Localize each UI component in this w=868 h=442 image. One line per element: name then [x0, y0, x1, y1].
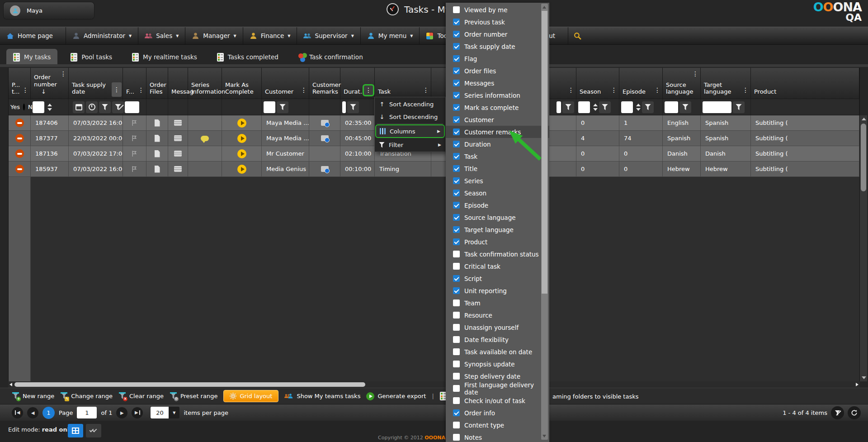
- scroll-left-icon[interactable]: [9, 383, 12, 386]
- column-header-task-supply-date[interactable]: Task supply date ⋮: [69, 68, 123, 99]
- column-toggle-item[interactable]: Content type: [446, 419, 549, 431]
- checkbox[interactable]: [453, 251, 460, 257]
- checkbox[interactable]: [453, 397, 460, 404]
- checkbox[interactable]: [453, 385, 460, 392]
- column-toggle-item[interactable]: Synopsis update: [446, 358, 549, 370]
- column-menu-icon[interactable]: ⋮: [422, 86, 430, 94]
- filter-button[interactable]: [679, 101, 691, 113]
- grid-view-button[interactable]: [68, 424, 83, 437]
- time-filter-button[interactable]: [86, 101, 98, 113]
- column-menu-icon[interactable]: ⋮: [653, 86, 661, 94]
- column-menu-icon[interactable]: ⋮: [59, 70, 67, 78]
- duration-filter-input[interactable]: [342, 101, 346, 113]
- checkbox[interactable]: [453, 177, 460, 184]
- checkbox[interactable]: [453, 287, 460, 294]
- spinner-arrows-icon[interactable]: [593, 104, 598, 111]
- column-menu-icon[interactable]: ⋮: [741, 86, 750, 94]
- order-files-icon[interactable]: [155, 150, 160, 157]
- column-menu-icon[interactable]: ⋮: [691, 70, 699, 78]
- no-previous-task-icon[interactable]: [15, 165, 24, 173]
- no-previous-task-icon[interactable]: [15, 119, 24, 127]
- play-icon[interactable]: [237, 119, 246, 128]
- column-menu-icon[interactable]: ⋮: [300, 86, 308, 94]
- column-toggle-item[interactable]: Series: [446, 175, 549, 187]
- tab[interactable]: Tasks completed: [210, 49, 285, 65]
- messages-icon[interactable]: [174, 166, 182, 172]
- column-toggle-item[interactable]: Script: [446, 272, 549, 285]
- change-range-button[interactable]: ✎ Change range: [60, 392, 113, 400]
- checkbox[interactable]: [453, 31, 460, 38]
- filter-button[interactable]: [599, 101, 611, 113]
- column-toggle-item[interactable]: Order number: [446, 28, 549, 40]
- checkbox[interactable]: [453, 80, 460, 86]
- column-menu-icon[interactable]: ⋮: [112, 82, 122, 97]
- filter-button[interactable]: [562, 101, 574, 113]
- checkbox[interactable]: [453, 312, 460, 318]
- vertical-scrollbar-thumb[interactable]: [861, 124, 866, 191]
- filter-button[interactable]: [99, 101, 111, 113]
- play-icon[interactable]: [237, 149, 246, 158]
- column-header-target-language[interactable]: Target language ⋮: [701, 68, 751, 99]
- order-files-icon[interactable]: [155, 166, 160, 173]
- menu-item[interactable]: ? Home page ▼: [0, 27, 66, 44]
- column-menu-icon[interactable]: ⋮: [137, 86, 145, 94]
- column-toggle-item[interactable]: Unit reporting: [446, 285, 549, 297]
- menu-item-sort-descending[interactable]: ↓ Sort Descending: [375, 110, 445, 123]
- checkbox[interactable]: [453, 165, 460, 172]
- customer-filter-input[interactable]: [264, 101, 275, 113]
- menu-item[interactable]: ? Manager ▼: [185, 27, 243, 44]
- messages-icon[interactable]: [174, 151, 182, 157]
- menu-item[interactable]: ? My menu ▼: [361, 27, 420, 44]
- checkbox[interactable]: [453, 263, 460, 270]
- column-header-flag[interactable]: F... ⋮: [123, 68, 146, 99]
- flag-icon[interactable]: [131, 165, 138, 173]
- filter-button[interactable]: [277, 101, 288, 113]
- generate-export-button[interactable]: Generate export: [366, 392, 426, 400]
- checkbox[interactable]: [453, 55, 460, 62]
- panel-scrollbar[interactable]: [541, 4, 548, 440]
- scroll-right-icon[interactable]: [856, 383, 859, 386]
- user-button[interactable]: Maya: [4, 2, 94, 19]
- column-menu-icon[interactable]: ⋮: [567, 86, 575, 94]
- column-toggle-item[interactable]: Unassign yourself: [446, 321, 549, 333]
- column-header-customer[interactable]: Customer ⋮: [262, 68, 309, 99]
- column-toggle-item[interactable]: Task supply date: [446, 40, 549, 52]
- column-header-product[interactable]: Product: [751, 68, 859, 99]
- checkbox[interactable]: [453, 361, 460, 367]
- column-toggle-item[interactable]: Check in/out of task: [446, 394, 549, 407]
- search-icon[interactable]: [568, 27, 587, 44]
- scroll-up-icon[interactable]: [862, 118, 866, 120]
- checkbox[interactable]: [453, 116, 460, 123]
- last-page-button[interactable]: ▶: [132, 407, 143, 418]
- column-header-season[interactable]: Season ⋮: [576, 68, 619, 99]
- flag-icon[interactable]: [131, 134, 138, 142]
- no-previous-task-icon[interactable]: [15, 134, 24, 143]
- checkbox[interactable]: [453, 43, 460, 50]
- flag-icon[interactable]: [131, 119, 138, 127]
- column-toggle-item[interactable]: Order info: [446, 407, 549, 419]
- column-header-order-number[interactable]: Order number↓ ⋮: [31, 68, 69, 99]
- column-menu-icon[interactable]: ⋮: [610, 86, 618, 94]
- column-header-order-files[interactable]: Order Files: [146, 68, 168, 99]
- checkbox[interactable]: [453, 409, 460, 416]
- remarks-info-icon[interactable]: [321, 135, 329, 141]
- column-header-messages[interactable]: Messag: [168, 68, 188, 99]
- filter-button[interactable]: [347, 101, 359, 113]
- column-toggle-item[interactable]: Previous task: [446, 16, 549, 28]
- checkbox[interactable]: [453, 104, 460, 111]
- page-size-dropdown[interactable]: 20 ▼: [151, 407, 179, 418]
- column-toggle-item[interactable]: Task confirmation status: [446, 248, 549, 260]
- menu-item[interactable]: ? Administrator ▼: [66, 27, 138, 44]
- column-toggle-item[interactable]: Messages: [446, 77, 549, 89]
- column-header-duration[interactable]: Durat... ⋮: [340, 68, 375, 99]
- checkbox[interactable]: [453, 141, 460, 147]
- filter-button[interactable]: [733, 101, 745, 113]
- checkbox[interactable]: [453, 336, 460, 343]
- checkbox[interactable]: [453, 6, 460, 13]
- messages-icon[interactable]: [174, 120, 182, 126]
- checkbox[interactable]: [453, 422, 460, 428]
- checkbox[interactable]: [453, 67, 460, 74]
- scroll-down-icon[interactable]: [862, 376, 866, 379]
- column-toggle-item[interactable]: Step delivery date: [446, 370, 549, 382]
- column-toggle-item[interactable]: Flag: [446, 52, 549, 65]
